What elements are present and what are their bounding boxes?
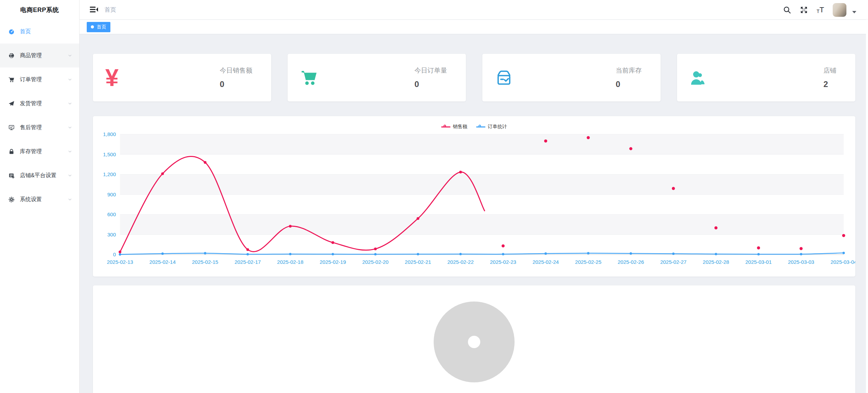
sidebar-item-label: 首页 bbox=[20, 28, 31, 35]
yen-icon: ¥ bbox=[105, 66, 119, 90]
cart-icon bbox=[300, 69, 318, 87]
legend-label: 订单统计 bbox=[488, 124, 507, 130]
sidebar-item-label: 发货管理 bbox=[20, 100, 42, 107]
svg-text:900: 900 bbox=[107, 192, 116, 197]
stat-card-text: 今日订单量0 bbox=[414, 66, 447, 89]
stat-card-value: 2 bbox=[823, 79, 828, 89]
legend-marker-icon bbox=[476, 125, 485, 129]
sidebar-item-label: 售后管理 bbox=[20, 124, 42, 131]
sales-chart-card: 销售额订单统计 03006009001,2001,5001,8002025-02… bbox=[93, 116, 855, 277]
inventory-box-icon bbox=[495, 69, 513, 87]
globe-icon bbox=[8, 52, 15, 59]
svg-text:2025-03-03: 2025-03-03 bbox=[788, 259, 814, 265]
dashboard-icon bbox=[8, 28, 15, 35]
sidebar-item-label: 店铺&平台设置 bbox=[20, 172, 57, 179]
caret-down-icon[interactable] bbox=[852, 11, 856, 13]
tab-active-dot bbox=[91, 25, 94, 28]
sidebar-item-6[interactable]: 店铺&平台设置 bbox=[0, 163, 79, 187]
stat-card-label: 今日订单量 bbox=[414, 66, 447, 75]
stat-card-1: 今日订单量0 bbox=[288, 54, 466, 101]
legend-item-0[interactable]: 销售额 bbox=[441, 124, 467, 130]
sidebar-item-7[interactable]: 系统设置 bbox=[0, 187, 79, 211]
users-icon bbox=[689, 69, 708, 87]
sidebar-item-4[interactable]: 售后管理 bbox=[0, 115, 79, 139]
legend-item-1[interactable]: 订单统计 bbox=[476, 124, 507, 130]
tab-home[interactable]: 首页 bbox=[87, 22, 110, 32]
sidebar-item-label: 库存管理 bbox=[20, 148, 42, 155]
svg-text:2025-02-20: 2025-02-20 bbox=[362, 259, 389, 265]
font-size-icon[interactable]: TT bbox=[817, 6, 824, 14]
sidebar-item-3[interactable]: 发货管理 bbox=[0, 91, 79, 115]
stat-cards-row: ¥今日销售额0今日订单量0当前库存0店铺2 bbox=[93, 54, 855, 101]
shop-settings-icon bbox=[8, 172, 15, 179]
stat-card-label: 店铺 bbox=[823, 66, 836, 75]
empty-pie-placeholder bbox=[93, 285, 855, 393]
chevron-down-icon bbox=[68, 149, 72, 154]
svg-text:2025-02-14: 2025-02-14 bbox=[149, 259, 176, 265]
svg-text:2025-03-04: 2025-03-04 bbox=[831, 259, 855, 265]
svg-text:1,800: 1,800 bbox=[103, 131, 116, 137]
sales-line-chart: 03006009001,2001,5001,8002025-02-132025-… bbox=[93, 116, 855, 277]
top-header: 首页 TT bbox=[80, 0, 868, 20]
pie-chart-card bbox=[93, 285, 855, 393]
stat-card-label: 今日销售额 bbox=[220, 66, 252, 75]
header-actions: TT bbox=[783, 0, 856, 20]
chevron-down-icon bbox=[68, 53, 72, 58]
svg-text:2025-02-28: 2025-02-28 bbox=[703, 259, 729, 265]
user-avatar[interactable] bbox=[833, 3, 846, 17]
svg-text:600: 600 bbox=[107, 211, 116, 217]
sidebar: 电商ERP系统 首页商品管理订单管理发货管理售后管理库存管理店铺&平台设置系统设… bbox=[0, 0, 80, 393]
legend-marker-icon bbox=[441, 125, 450, 129]
stat-card-value: 0 bbox=[616, 79, 620, 89]
chevron-down-icon bbox=[68, 197, 72, 202]
svg-text:2025-02-27: 2025-02-27 bbox=[660, 259, 687, 265]
breadcrumb[interactable]: 首页 bbox=[105, 0, 116, 20]
svg-text:1,500: 1,500 bbox=[103, 151, 116, 157]
svg-text:2025-03-01: 2025-03-01 bbox=[745, 259, 772, 265]
sidebar-menu: 首页商品管理订单管理发货管理售后管理库存管理店铺&平台设置系统设置 bbox=[0, 20, 79, 211]
sidebar-item-5[interactable]: 库存管理 bbox=[0, 139, 79, 163]
stat-card-text: 店铺2 bbox=[823, 66, 836, 89]
svg-text:0: 0 bbox=[113, 251, 116, 257]
sidebar-item-label: 系统设置 bbox=[20, 196, 42, 203]
sidebar-item-label: 商品管理 bbox=[20, 52, 42, 59]
svg-text:2025-02-26: 2025-02-26 bbox=[618, 259, 644, 265]
chevron-down-icon bbox=[68, 125, 72, 130]
stat-card-value: 0 bbox=[414, 79, 419, 89]
stat-card-0: ¥今日销售额0 bbox=[93, 54, 271, 101]
svg-text:2025-02-22: 2025-02-22 bbox=[447, 259, 474, 265]
svg-text:2025-02-24: 2025-02-24 bbox=[532, 259, 559, 265]
sidebar-item-2[interactable]: 订单管理 bbox=[0, 67, 79, 91]
tab-label: 首页 bbox=[97, 24, 106, 30]
svg-text:300: 300 bbox=[107, 232, 116, 237]
cart-icon bbox=[8, 76, 15, 83]
legend-label: 销售额 bbox=[453, 124, 467, 130]
tags-view-bar: 首页 bbox=[80, 20, 868, 34]
sidebar-item-label: 订单管理 bbox=[20, 76, 42, 83]
sidebar-item-0[interactable]: 首页 bbox=[0, 20, 79, 44]
svg-text:2025-02-13: 2025-02-13 bbox=[107, 259, 133, 265]
stat-card-3: 店铺2 bbox=[677, 54, 855, 101]
stat-card-text: 今日销售额0 bbox=[220, 66, 252, 89]
svg-text:2025-02-17: 2025-02-17 bbox=[234, 259, 261, 265]
chevron-down-icon bbox=[68, 77, 72, 82]
svg-text:2025-02-25: 2025-02-25 bbox=[575, 259, 602, 265]
monitor-chart-icon bbox=[8, 124, 15, 131]
app-title: 电商ERP系统 bbox=[0, 0, 79, 20]
lock-icon bbox=[8, 148, 15, 155]
chevron-down-icon bbox=[68, 101, 72, 106]
menu-fold-icon[interactable] bbox=[89, 5, 98, 14]
svg-text:1,200: 1,200 bbox=[103, 171, 116, 177]
fullscreen-icon[interactable] bbox=[800, 6, 808, 14]
stat-card-value: 0 bbox=[220, 79, 224, 89]
search-icon[interactable] bbox=[783, 6, 791, 14]
vertical-scrollbar[interactable] bbox=[866, 20, 868, 393]
sidebar-item-1[interactable]: 商品管理 bbox=[0, 44, 79, 67]
chevron-down-icon bbox=[68, 173, 72, 178]
stat-card-text: 当前库存0 bbox=[616, 66, 642, 89]
svg-text:2025-02-21: 2025-02-21 bbox=[405, 259, 431, 265]
gear-icon bbox=[8, 196, 15, 203]
send-icon bbox=[8, 100, 15, 107]
stat-card-label: 当前库存 bbox=[616, 66, 642, 75]
svg-text:2025-02-19: 2025-02-19 bbox=[320, 259, 346, 265]
